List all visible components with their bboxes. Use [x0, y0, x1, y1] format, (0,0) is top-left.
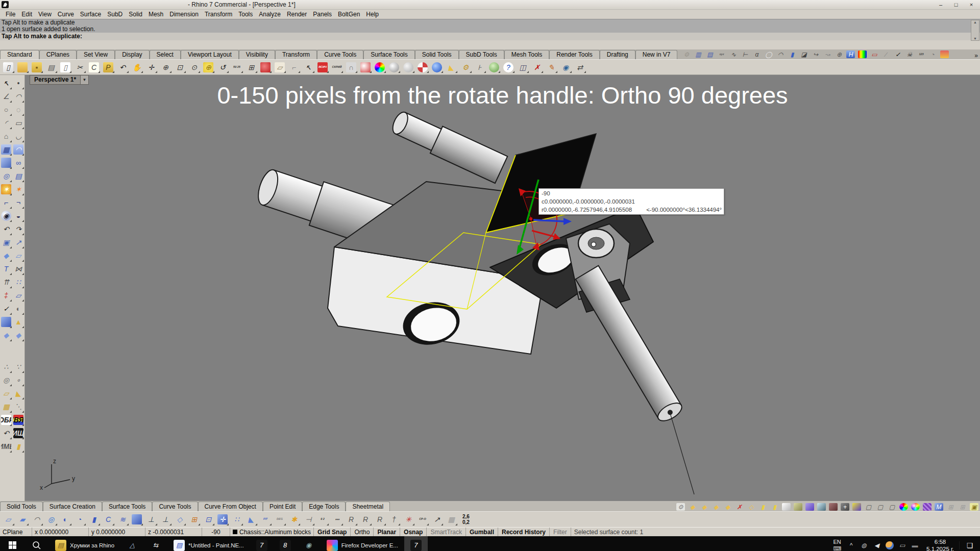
zoom-scale-icon[interactable]: 50 25 [230, 61, 243, 73]
tray-chevron-up-icon[interactable]: ^ [845, 541, 857, 549]
menu-item[interactable]: View [35, 11, 55, 18]
sm-cplane-icon[interactable]: CP·O [416, 513, 429, 526]
sm-bend-r1-icon[interactable]: R [345, 513, 358, 526]
fillet-icon[interactable]: ↶ [0, 222, 12, 236]
cplane-selector[interactable]: CPlane [0, 528, 32, 536]
bottom-tab[interactable]: Curve From Object [198, 502, 263, 511]
sm-tab2-icon[interactable]: ⊥ [159, 513, 172, 526]
box-white-icon[interactable] [780, 503, 792, 511]
toolbar-tab[interactable]: Viewport Layout [181, 50, 239, 59]
taskbar-app-firefox[interactable]: Firefox Developer E... [321, 536, 404, 551]
orient-icon[interactable]: ⊕ [833, 50, 845, 59]
taskbar-app-eye[interactable]: ◉ [297, 536, 321, 551]
sm-wedge-icon[interactable]: ◔ [73, 513, 86, 526]
box-mapping-icon[interactable]: M [933, 503, 945, 511]
toolbar-tab[interactable]: Select [150, 50, 181, 59]
toolbar-tab[interactable]: Solid Tools [415, 50, 459, 59]
curve-through-icon[interactable]: ∿ [727, 50, 739, 59]
status-toggle[interactable]: Gumball [466, 528, 498, 536]
start-button[interactable] [0, 536, 24, 551]
bottom-tab[interactable]: Solid Tools [0, 502, 43, 511]
ghosted-display-icon[interactable] [402, 61, 415, 73]
command-prompt[interactable]: Tap Alt to make a duplicate: [0, 33, 980, 40]
rotate-icon[interactable]: ◆ [0, 249, 12, 262]
surface-plane-icon[interactable]: ▦ [0, 143, 12, 156]
sm-curve-icon[interactable]: C [102, 513, 115, 526]
wire-box6-icon[interactable]: ▢ [874, 503, 886, 511]
toolbar-tab[interactable]: SubD Tools [459, 50, 504, 59]
sm-frame-gear-icon[interactable]: ⊞ [187, 513, 201, 526]
boolean-diff-icon[interactable]: ◒ [12, 209, 24, 222]
viewport-layout-icon[interactable]: ⊞ [244, 61, 258, 73]
bottom-tab[interactable]: Point Edit [263, 502, 302, 511]
notification-center-button[interactable]: ❏ [959, 541, 980, 549]
rotate-view-icon[interactable]: ✛ [144, 61, 158, 73]
sm-link-icon[interactable]: ┅ [330, 513, 344, 526]
macro-circles-icon[interactable]: ∘ [12, 373, 24, 387]
bottom-tab[interactable]: Sheetmetal [346, 502, 390, 511]
taskbar-app-rhino7-active[interactable]: 7 [404, 536, 428, 551]
quadrant-sphere-icon[interactable] [416, 61, 429, 73]
sm-cube-icon[interactable] [130, 513, 143, 526]
select-cursor-icon[interactable]: ↖ [302, 61, 315, 73]
macro-obr-icon[interactable]: ОБР [0, 413, 12, 427]
viewport-tab-label[interactable]: Perspective 1* [30, 75, 81, 85]
toolbar-tab[interactable]: Visibility [239, 50, 275, 59]
macro-cylinder-icon[interactable]: ▮ [12, 440, 24, 453]
toolbar-tab[interactable]: Curve Tools [317, 50, 363, 59]
count-123-icon[interactable]: 123 [915, 50, 927, 59]
sm-arrow-icon[interactable]: ↗ [430, 513, 444, 526]
taskbar-app-rhino8[interactable]: 8 [274, 536, 297, 551]
polygon-icon[interactable]: ⌂ [0, 130, 12, 143]
sm-bend-r2-icon[interactable]: R [359, 513, 372, 526]
toolbar-tab[interactable]: Transform [275, 50, 317, 59]
sm-cube-gumball-icon[interactable]: ✛ [216, 513, 229, 526]
check-icon[interactable]: ✓ [892, 50, 903, 59]
macro-undo-icon[interactable]: ↶ [0, 427, 12, 440]
hide-icon[interactable]: СКРИЙ [330, 61, 344, 73]
sm-frame-dot-icon[interactable]: ⊡ [202, 513, 215, 526]
bolt-blue-icon[interactable]: H [845, 50, 856, 59]
more-toolbars-chevron[interactable]: » [974, 52, 978, 59]
diamond-plane2-icon[interactable]: ◆ [12, 329, 24, 342]
mirror-icon[interactable]: ⋈ [12, 262, 24, 276]
curve-handle-icon[interactable]: ◡ [12, 130, 24, 143]
taskbar-app-notepad[interactable]: ▤ Хрумки за Rhino [49, 536, 120, 551]
pyramid-icon[interactable]: ▲ [12, 315, 24, 329]
radius-dim-icon[interactable]: ◠ [774, 50, 786, 59]
rectangle-icon[interactable]: ▭ [12, 116, 24, 130]
text-icon[interactable]: T [0, 262, 12, 276]
viewport-tab-dropdown[interactable]: ▼ [81, 75, 89, 85]
array-icon[interactable]: ∷ [12, 276, 24, 289]
toolbar-tab[interactable]: Display [115, 50, 149, 59]
blue-sphere-icon[interactable] [430, 61, 444, 73]
macro-doodle-icon[interactable]: ∴ [0, 360, 12, 373]
color-wheel2-icon[interactable] [898, 503, 910, 511]
rendered-display-icon[interactable] [387, 61, 401, 73]
macro-name-icon[interactable]: ИМЕ [0, 440, 12, 453]
sm-pole-icon[interactable]: † [387, 513, 401, 526]
camera-icon[interactable]: ◉ [559, 61, 572, 73]
key-icon[interactable]: ⌐ [287, 61, 301, 73]
toolbar-tab[interactable]: Standard [0, 50, 39, 59]
toolbar-tab[interactable]: Mesh Tools [504, 50, 549, 59]
command-area[interactable]: Tap Alt to make a duplicate 1 open surfa… [0, 19, 980, 40]
status-toggle[interactable]: Ortho [351, 528, 374, 536]
bottom-tab[interactable]: Curve Tools [152, 502, 198, 511]
undo-view-icon[interactable]: ↺ [216, 61, 229, 73]
copy-clipboard-icon[interactable]: C [87, 61, 101, 73]
toolbar-tab[interactable]: Set View [77, 50, 115, 59]
sync-view-icon[interactable]: ⇄ [573, 61, 586, 73]
status-toggle[interactable]: SmartTrack [427, 528, 466, 536]
toolbar-tab[interactable]: Render Tools [549, 50, 600, 59]
light-record-icon[interactable]: ◆ [687, 503, 698, 511]
layer-selector[interactable]: Chassis::Aluminum blocks [230, 528, 314, 536]
diamond-plane-icon[interactable]: ◆ [0, 329, 12, 342]
color-wheel-icon[interactable] [373, 61, 386, 73]
analyze-rainbow-icon[interactable] [856, 50, 868, 59]
tray-box-icon[interactable]: ▬ [909, 541, 921, 549]
polyline-icon[interactable]: ∠ [0, 90, 12, 103]
tray-network-icon[interactable]: ◍ [857, 541, 870, 549]
zoom-selected-icon[interactable]: ⊕ [202, 61, 215, 73]
surface-curved-icon[interactable]: ◠ [12, 143, 24, 156]
